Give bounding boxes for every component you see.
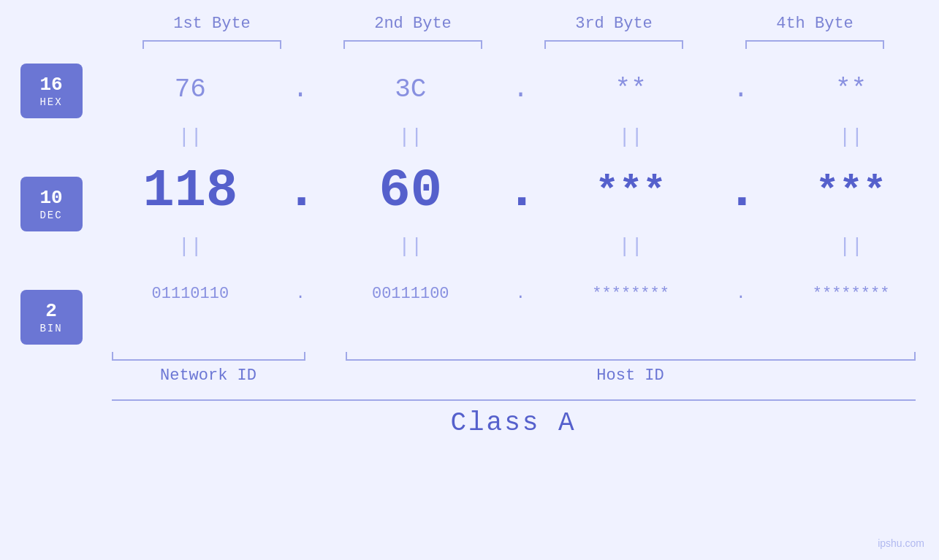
- eq-2: ||: [330, 126, 491, 148]
- byte-headers-row: 1st Byte 2nd Byte 3rd Byte 4th Byte: [112, 15, 916, 33]
- bracket-4: [745, 40, 884, 49]
- dec-val-3: ***: [550, 169, 711, 214]
- eq-3: ||: [550, 126, 711, 148]
- bin-badge-label: BIN: [39, 323, 62, 334]
- dec-dot-1: .: [286, 161, 315, 221]
- values-area: 76 . 3C . ** . ** || || || || 118: [102, 56, 939, 345]
- dec-val-4: ***: [771, 169, 932, 214]
- byte-header-4: 4th Byte: [734, 15, 895, 33]
- bin-badge: 2 BIN: [20, 290, 83, 345]
- bracket-3: [544, 40, 683, 49]
- byte-header-3: 3rd Byte: [533, 15, 694, 33]
- hex-val-1: 76: [110, 74, 270, 104]
- eq-4: ||: [771, 126, 932, 148]
- eq2-3: ||: [550, 235, 711, 258]
- eq2-4: ||: [771, 235, 932, 258]
- bin-dot-1: .: [286, 285, 315, 303]
- bottom-labels: Network ID Host ID: [112, 367, 916, 385]
- bin-val-1: 01110110: [110, 285, 270, 303]
- hex-dot-2: .: [506, 74, 535, 104]
- host-id-label: Host ID: [346, 367, 916, 385]
- footer-brand: ipshu.com: [878, 537, 924, 549]
- hex-val-4: **: [771, 74, 932, 104]
- eq-1: ||: [110, 126, 270, 148]
- hex-dot-1: .: [286, 74, 315, 104]
- bin-val-3: ********: [550, 285, 711, 303]
- hex-val-2: 3C: [330, 74, 491, 104]
- main-content-area: 16 HEX 10 DEC 2 BIN 76 . 3C . ** . **: [0, 56, 939, 345]
- dec-row: 118 . 60 . *** . ***: [102, 151, 939, 231]
- dec-dot-3: .: [726, 161, 756, 221]
- hex-badge-number: 16: [39, 74, 62, 96]
- label-spacer: [305, 367, 346, 385]
- bin-val-2: 00111100: [330, 285, 491, 303]
- dec-badge-number: 10: [39, 187, 62, 210]
- bin-val-4: ********: [771, 285, 932, 303]
- bracket-spacer: [305, 352, 346, 361]
- hex-dot-3: .: [726, 74, 756, 104]
- dec-badge-label: DEC: [39, 210, 62, 221]
- bottom-brackets: [112, 352, 916, 361]
- hex-badge-label: HEX: [39, 96, 62, 108]
- bracket-2: [343, 40, 482, 49]
- network-bracket: [112, 352, 305, 361]
- bin-badge-number: 2: [45, 300, 57, 323]
- top-brackets-row: [112, 40, 916, 49]
- bracket-1: [142, 40, 281, 49]
- badges-column: 16 HEX 10 DEC 2 BIN: [0, 56, 102, 345]
- eq2-1: ||: [110, 235, 270, 258]
- dec-val-1: 118: [110, 161, 270, 221]
- host-bracket: [346, 352, 916, 361]
- main-container: 1st Byte 2nd Byte 3rd Byte 4th Byte 16 H…: [0, 0, 939, 560]
- hex-badge: 16 HEX: [20, 64, 83, 118]
- class-label-row: Class A: [112, 408, 916, 438]
- dec-dot-2: .: [506, 161, 535, 221]
- byte-header-1: 1st Byte: [132, 15, 292, 33]
- network-id-label: Network ID: [112, 367, 305, 385]
- hex-row: 76 . 3C . ** . **: [102, 56, 939, 122]
- equals-row-1: || || || ||: [102, 122, 939, 151]
- byte-header-2: 2nd Byte: [332, 15, 493, 33]
- equals-row-2: || || || ||: [102, 231, 939, 261]
- dec-badge: 10 DEC: [20, 177, 83, 231]
- eq2-2: ||: [330, 235, 491, 258]
- hex-val-3: **: [550, 74, 711, 104]
- bin-dot-2: .: [506, 285, 535, 303]
- bin-row: 01110110 . 00111100 . ******** . *******…: [102, 261, 939, 326]
- bottom-section: Network ID Host ID: [112, 352, 916, 385]
- dec-val-2: 60: [330, 161, 491, 221]
- bin-dot-3: .: [726, 285, 756, 303]
- class-line: [112, 399, 916, 401]
- class-label: Class A: [450, 408, 576, 438]
- class-section: Class A: [112, 399, 916, 438]
